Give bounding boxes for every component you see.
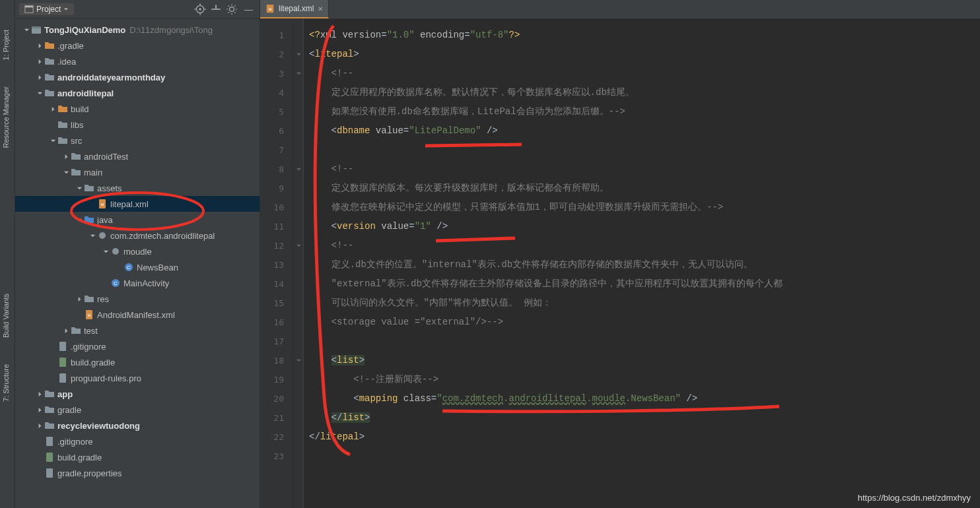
code-line[interactable]: <!--注册新闻表--> xyxy=(309,370,980,389)
project-header: Project — xyxy=(15,0,260,19)
hide-icon[interactable]: — xyxy=(242,5,256,15)
line-number: 16 xyxy=(260,313,293,332)
code-line[interactable]: 定义应用程序的数据库名称。默认情况下，每个数据库名称应以.db结尾。 xyxy=(309,83,980,102)
tree-item-res[interactable]: res xyxy=(15,291,260,307)
line-number: 20 xyxy=(260,389,293,408)
line-number: 10 xyxy=(260,198,293,217)
tree-item-src[interactable]: src xyxy=(15,133,260,148)
line-number: 22 xyxy=(260,428,293,447)
tab-litepal-xml[interactable]: M litepal.xml ✕ xyxy=(260,0,329,18)
vtab-resource-manager[interactable]: Resource Manager xyxy=(0,83,15,152)
code-line[interactable]: 定义数据库的版本。每次要升级数据库时，版本标记都会有所帮助。 xyxy=(309,179,980,198)
code-line[interactable]: <mapping class="com.zdmtech.androidlitep… xyxy=(309,389,980,408)
svg-text:M: M xyxy=(268,7,271,11)
code-line[interactable]: <!-- xyxy=(309,64,980,83)
code-line[interactable]: 如果您没有使用.db命名数据库端，LitePal会自动为您添加后缀。--> xyxy=(309,102,980,121)
code-line[interactable]: 可以访问的永久文件。"内部"将作为默认值。 例如： xyxy=(309,294,980,313)
code-line[interactable] xyxy=(309,447,980,466)
code-line[interactable] xyxy=(309,141,980,160)
vtab-build-variants[interactable]: Build Variants xyxy=(0,290,15,341)
tree-item--gitignore[interactable]: .gitignore xyxy=(15,433,260,449)
line-number: 18 xyxy=(260,351,293,370)
tree-item-mainactivity[interactable]: CMainActivity xyxy=(15,275,260,291)
close-icon[interactable]: ✕ xyxy=(318,5,323,13)
gear-icon[interactable] xyxy=(226,3,238,15)
project-tree[interactable]: TongJiQuXianDemoD:\11zdmgongsi\Tong.grad… xyxy=(15,19,260,508)
svg-rect-18 xyxy=(59,358,66,367)
svg-point-10 xyxy=(112,248,119,255)
tree-item-libs[interactable]: libs xyxy=(15,117,260,133)
line-number: 8 xyxy=(260,160,293,179)
tree-item-com-zdmtech-androidlitepal[interactable]: com.zdmtech.androidlitepal xyxy=(15,228,260,243)
line-number: 3 xyxy=(260,64,293,83)
left-tool-tabs: 1: Project Resource Manager Build Varian… xyxy=(0,0,15,508)
tree-item-androiddateyearmonthday[interactable]: androiddateyearmonthday xyxy=(15,69,260,85)
svg-point-9 xyxy=(99,232,106,239)
tree-item-tongjiquxiandemo[interactable]: TongJiQuXianDemoD:\11zdmgongsi\Tong xyxy=(15,22,260,38)
svg-text:C: C xyxy=(127,265,131,270)
svg-rect-6 xyxy=(32,26,41,28)
tree-item-build-gradle[interactable]: build.gradle xyxy=(15,449,260,465)
tree-item-androidlitepal[interactable]: androidlitepal xyxy=(15,85,260,101)
editor-tabs: M litepal.xml ✕ xyxy=(260,0,980,19)
code-line[interactable] xyxy=(309,332,980,351)
svg-text:M: M xyxy=(88,313,91,317)
code-editor[interactable]: <?xml version="1.0" encoding="utf-8"?><l… xyxy=(304,19,980,508)
code-line[interactable]: "external"表示.db文件将存储在主外部存储设备上目录的路径中，其中应用… xyxy=(309,274,980,294)
project-view-dropdown[interactable]: Project xyxy=(19,3,74,15)
tree-item-gradle-properties[interactable]: gradle.properties xyxy=(15,465,260,481)
xml-file-icon: M xyxy=(265,4,275,13)
tree-item--gitignore[interactable]: .gitignore xyxy=(15,338,260,354)
code-line[interactable]: </list> xyxy=(309,408,980,428)
tree-item-gradle[interactable]: gradle xyxy=(15,402,260,418)
svg-point-4 xyxy=(230,7,234,12)
tree-item-main[interactable]: main xyxy=(15,164,260,180)
locate-icon[interactable] xyxy=(194,3,206,15)
line-number: 1 xyxy=(260,26,293,45)
code-line[interactable]: <?xml version="1.0" encoding="utf-8"?> xyxy=(309,26,980,45)
tree-item-build[interactable]: build xyxy=(15,101,260,117)
fold-column[interactable] xyxy=(294,19,304,508)
tree-item-newsbean[interactable]: CNewsBean xyxy=(15,259,260,275)
code-line[interactable]: </litepal> xyxy=(309,428,980,447)
tree-item-litepal-xml[interactable]: Mlitepal.xml xyxy=(15,196,260,212)
tree-item-build-gradle[interactable]: build.gradle xyxy=(15,354,260,370)
line-number: 14 xyxy=(260,274,293,294)
line-number: 2 xyxy=(260,45,293,64)
tree-item--idea[interactable]: .idea xyxy=(15,53,260,69)
tree-item--gradle[interactable]: .gradle xyxy=(15,38,260,53)
code-line[interactable]: <list> xyxy=(309,351,980,370)
code-line[interactable]: <!-- xyxy=(309,160,980,179)
line-number: 17 xyxy=(260,332,293,351)
line-number: 5 xyxy=(260,102,293,121)
tree-item-app[interactable]: app xyxy=(15,386,260,402)
tree-item-androidmanifest-xml[interactable]: MAndroidManifest.xml xyxy=(15,307,260,323)
code-line[interactable]: <version value="1" /> xyxy=(309,217,980,236)
tree-item-recycleviewtuodong[interactable]: recycleviewtuodong xyxy=(15,418,260,433)
vtab-structure[interactable]: 7: Structure xyxy=(0,361,15,405)
line-number: 19 xyxy=(260,370,293,389)
code-line[interactable]: <dbname value="LitePalDemo" /> xyxy=(309,121,980,141)
code-line[interactable]: <storage value ="external"/>--> xyxy=(309,313,980,332)
code-line[interactable]: 定义.db文件的位置。"internal"表示.db文件将存储在内部存储的数据库… xyxy=(309,255,980,274)
svg-rect-21 xyxy=(46,453,53,462)
collapse-all-icon[interactable] xyxy=(210,3,222,15)
tree-item-assets[interactable]: assets xyxy=(15,180,260,196)
tree-item-moudle[interactable]: moudle xyxy=(15,243,260,259)
code-line[interactable]: <!-- xyxy=(309,236,980,255)
line-number: 11 xyxy=(260,217,293,236)
line-number: 15 xyxy=(260,294,293,313)
tree-item-test[interactable]: test xyxy=(15,323,260,338)
vtab-project[interactable]: 1: Project xyxy=(0,26,15,63)
line-gutter: 1234567891011121314151617181920212223 xyxy=(260,19,294,508)
svg-rect-17 xyxy=(59,342,66,351)
code-line[interactable]: 修改您在映射标记中定义的模型，只需将版本值加1，即可自动处理数据库升级而无需担心… xyxy=(309,198,980,217)
tree-item-androidtest[interactable]: androidTest xyxy=(15,148,260,164)
svg-rect-19 xyxy=(59,373,66,383)
project-panel: Project — TongJiQuXianDemoD:\11zdmgongsi… xyxy=(15,0,260,508)
code-line[interactable]: <litepal> xyxy=(309,45,980,64)
tree-item-proguard-rules-pro[interactable]: proguard-rules.pro xyxy=(15,370,260,386)
watermark-text: https://blog.csdn.net/zdmxhyy xyxy=(858,493,971,503)
tree-item-java[interactable]: java xyxy=(15,212,260,228)
project-view-label: Project xyxy=(36,5,61,14)
